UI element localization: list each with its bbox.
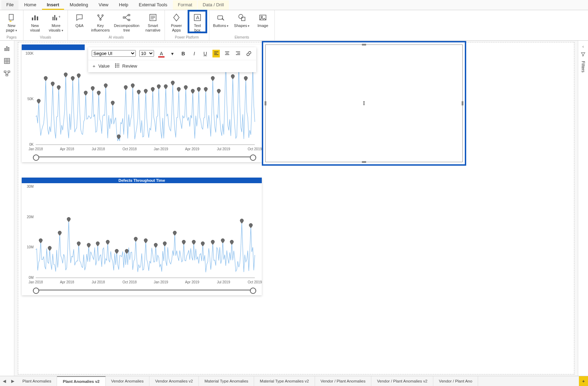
svg-text:Jan 2019: Jan 2019 <box>154 147 168 151</box>
review-button[interactable]: Review <box>115 63 137 69</box>
decomposition-tree-button[interactable]: Decomposition tree <box>113 11 141 32</box>
add-value-button[interactable]: ＋ Value <box>92 63 110 69</box>
tab-insert[interactable]: Insert <box>42 0 64 10</box>
page-tab[interactable]: Vendor Anomalies <box>106 376 150 386</box>
resize-handle-tr[interactable] <box>459 44 463 48</box>
resize-handle-br[interactable] <box>459 158 463 162</box>
textbox-frame[interactable]: I <box>265 44 463 162</box>
page-tab[interactable]: Material Type Anomalies v2 <box>254 376 315 386</box>
svg-text:Apr 2019: Apr 2019 <box>185 147 200 151</box>
resize-handle-bl[interactable] <box>265 158 269 162</box>
key-influencers-button[interactable]: Key influencers <box>92 11 109 32</box>
new-page-button[interactable]: New page <box>3 11 20 32</box>
svg-text:Jan 2018: Jan 2018 <box>28 147 43 151</box>
svg-text:Oct 2019: Oct 2019 <box>248 147 262 151</box>
new-visual-button[interactable]: New visual <box>26 11 44 32</box>
smart-narrative-button[interactable]: Smart narrative <box>144 11 162 32</box>
svg-text:20M: 20M <box>27 215 34 219</box>
align-center-button[interactable] <box>223 50 231 57</box>
buttons-button[interactable]: Buttons <box>212 11 230 28</box>
page-tab[interactable]: Vendor / Plant Anomalies <box>315 376 372 386</box>
page-tab[interactable]: Plant Anomalies <box>17 376 57 386</box>
ribbon: New page Pages New visual + More visuals <box>0 10 588 41</box>
report-view-button[interactable] <box>4 45 10 52</box>
add-page-button[interactable]: ＋ <box>579 376 588 386</box>
font-size-select[interactable]: 10 <box>139 50 154 57</box>
text-box-button[interactable]: A Text box <box>189 11 206 32</box>
font-family-select[interactable]: Segoe UI <box>92 50 136 57</box>
tab-external-tools[interactable]: External Tools <box>134 0 172 10</box>
page-tabs-next[interactable]: ▶ <box>8 376 17 386</box>
chart1-slider[interactable] <box>34 154 255 159</box>
group-visuals-label: Visuals <box>26 35 65 40</box>
align-right-button[interactable] <box>234 50 241 57</box>
qa-button[interactable]: Q&A <box>71 11 88 28</box>
group-power-platform-label: Power Platform <box>168 35 206 40</box>
page-tabs-prev[interactable]: ◀ <box>0 376 8 386</box>
more-visuals-button[interactable]: + More visuals <box>47 11 65 32</box>
tab-view[interactable]: View <box>94 0 113 10</box>
textbox-visual[interactable]: I <box>263 42 465 164</box>
svg-text:Jul 2019: Jul 2019 <box>217 280 230 284</box>
filters-label[interactable]: Filters <box>581 61 586 73</box>
shapes-label: Shapes <box>234 23 250 28</box>
page-tab[interactable]: Vendor / Plant Anomalies v2 <box>371 376 433 386</box>
underline-button[interactable]: U <box>202 50 209 57</box>
svg-rect-34 <box>5 58 10 63</box>
collapse-filters-button[interactable]: ‹ <box>582 44 584 49</box>
key-influencers-icon <box>96 12 105 23</box>
resize-handle-tl[interactable] <box>265 44 269 48</box>
align-left-button[interactable] <box>212 50 220 57</box>
page-tab[interactable]: Plant Anomalies v2 <box>57 376 105 386</box>
svg-text:Apr 2018: Apr 2018 <box>60 147 74 151</box>
font-color-dropdown[interactable]: ▾ <box>169 50 176 57</box>
list-icon <box>115 63 120 69</box>
tab-data-drill[interactable]: Data / Drill <box>198 0 229 10</box>
new-page-icon <box>7 12 16 23</box>
new-visual-label: New visual <box>30 23 40 32</box>
decomposition-tree-label: Decomposition tree <box>114 23 140 32</box>
left-rail <box>0 41 14 376</box>
shapes-button[interactable]: Shapes <box>233 11 251 28</box>
value-label: Value <box>98 63 110 69</box>
tab-file[interactable]: File <box>1 0 19 10</box>
tree-icon <box>122 12 131 23</box>
svg-line-14 <box>100 16 103 19</box>
chart2-visual[interactable]: Defects Throughout Time 0M10M20M30MJan 2… <box>22 178 262 295</box>
svg-text:Jul 2018: Jul 2018 <box>92 147 105 151</box>
svg-point-11 <box>102 15 103 16</box>
font-color-button[interactable]: A <box>158 50 165 57</box>
svg-text:100K: 100K <box>26 51 34 55</box>
more-visuals-icon: + <box>52 12 60 23</box>
tab-format[interactable]: Format <box>173 0 197 10</box>
model-view-button[interactable] <box>4 70 10 77</box>
data-view-button[interactable] <box>4 57 10 64</box>
power-apps-button[interactable]: Power Apps <box>168 11 185 32</box>
review-label: Review <box>122 63 137 69</box>
svg-text:Jan 2019: Jan 2019 <box>154 280 168 284</box>
report-canvas[interactable]: 0K50K100KJan 2018Apr 2018Jul 2018Oct 201… <box>14 41 578 376</box>
image-button[interactable]: Image <box>254 11 272 28</box>
page-tab[interactable]: Vendor Anomalies v2 <box>149 376 199 386</box>
tab-modeling[interactable]: Modeling <box>65 0 93 10</box>
resize-handle-left[interactable] <box>265 101 266 105</box>
bold-button[interactable]: B <box>180 50 187 57</box>
link-button[interactable] <box>245 50 253 57</box>
power-apps-label: Power Apps <box>168 23 185 32</box>
svg-rect-4 <box>34 15 36 20</box>
svg-line-42 <box>5 72 7 74</box>
svg-rect-33 <box>8 47 9 50</box>
resize-handle-right[interactable] <box>462 101 463 105</box>
new-page-label: New page <box>6 23 17 32</box>
page-tab[interactable]: Material Type Anomalies <box>199 376 254 386</box>
italic-button[interactable]: I <box>190 50 198 57</box>
resize-handle-bottom[interactable] <box>362 161 366 163</box>
page-tab[interactable]: Vendor / Plant Ano <box>433 376 478 386</box>
resize-handle-top[interactable] <box>362 44 366 46</box>
shapes-icon <box>238 12 246 23</box>
tab-home[interactable]: Home <box>19 0 41 10</box>
svg-text:Oct 2019: Oct 2019 <box>248 280 262 284</box>
group-ai-visuals-label: AI visuals <box>71 35 162 40</box>
tab-help[interactable]: Help <box>114 0 133 10</box>
chart2-slider[interactable] <box>34 288 255 292</box>
